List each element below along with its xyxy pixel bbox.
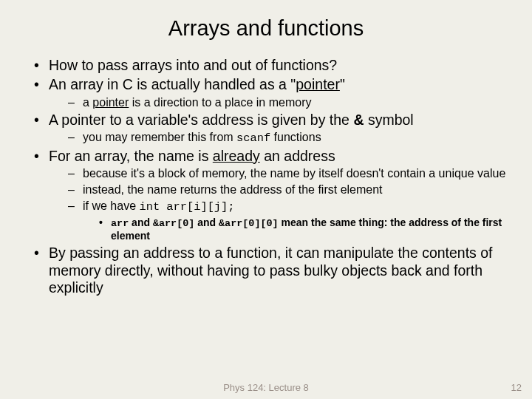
bullet-item: For an array, the name is already an add…	[34, 148, 511, 243]
text: a	[83, 96, 92, 109]
code-text: scanf	[236, 132, 270, 145]
bullet-list: How to pass arrays into and out of funct…	[21, 57, 511, 297]
slide-title: Arrays and functions	[21, 16, 511, 41]
subsub-item: arr and &arr[0] and &arr[0][0] mean the …	[99, 216, 511, 243]
text: "	[340, 76, 345, 92]
code-text: int arr[i][j];	[139, 200, 234, 214]
sub-item: if we have int arr[i][j]; arr and &arr[0…	[68, 199, 511, 242]
page-number: 12	[511, 382, 522, 393]
bullet-item: An array in C is actually handled as a "…	[34, 76, 511, 110]
text: an address	[260, 148, 335, 164]
text: functions	[270, 131, 321, 143]
footer-center: Phys 124: Lecture 8	[0, 382, 532, 393]
text: and	[194, 216, 219, 228]
underlined-text: pointer	[92, 96, 129, 109]
bold-text: &	[353, 112, 364, 128]
underlined-text: pointer	[296, 76, 340, 92]
sub-item: you may remember this from scanf functio…	[68, 130, 511, 146]
sub-item: because it's a block of memory, the name…	[68, 166, 511, 181]
subsub-list: arr and &arr[0] and &arr[0][0] mean the …	[83, 216, 511, 243]
text: A pointer to a variable's address is giv…	[49, 112, 353, 128]
text: is a direction to a place in memory	[129, 96, 311, 109]
sub-list: because it's a block of memory, the name…	[49, 166, 511, 242]
code-text: &arr[0]	[153, 218, 194, 229]
sub-item: a pointer is a direction to a place in m…	[68, 95, 511, 110]
sub-list: a pointer is a direction to a place in m…	[49, 95, 511, 110]
underlined-text: already	[213, 148, 260, 164]
bullet-item: How to pass arrays into and out of funct…	[34, 57, 511, 75]
text: if we have	[83, 200, 139, 212]
bullet-item: A pointer to a variable's address is giv…	[34, 112, 511, 146]
code-text: &arr[0][0]	[219, 218, 279, 229]
sub-list: you may remember this from scanf functio…	[49, 130, 511, 146]
code-text: arr	[111, 218, 129, 229]
bullet-item: By passing an address to a function, it …	[34, 245, 511, 297]
sub-item: instead, the name returns the address of…	[68, 183, 511, 197]
text: An array in C is actually handled as a "	[49, 76, 296, 92]
text: you may remember this from	[83, 131, 236, 143]
text: symbol	[364, 112, 413, 128]
text: For an array, the name is	[49, 148, 213, 164]
text: and	[129, 216, 153, 228]
